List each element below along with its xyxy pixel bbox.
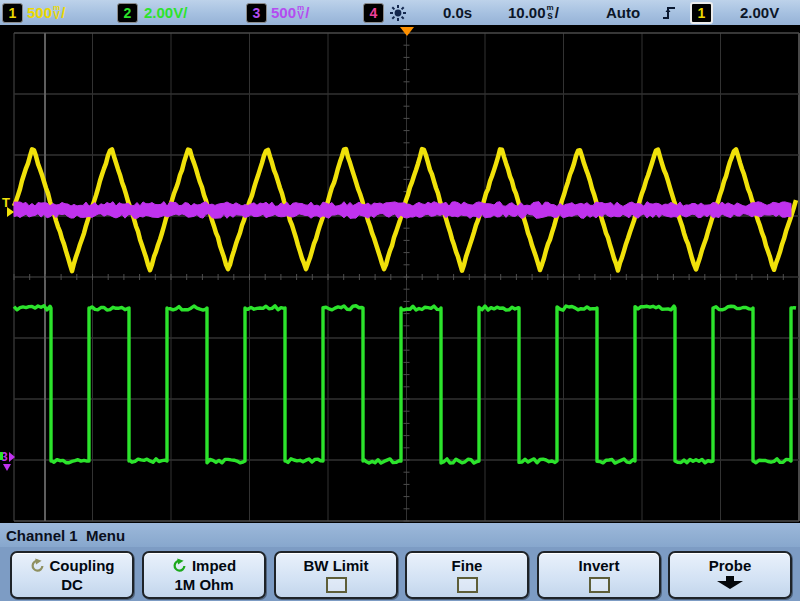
- cycle-arrow-icon: [172, 558, 187, 573]
- oscilloscope-screen: 1 500 m V / 2 2.00V/ 3 500 m V /: [0, 0, 800, 601]
- menu-title-bar: Channel 1 Menu: [0, 523, 800, 547]
- bw-limit-label: BW Limit: [304, 557, 369, 574]
- probe-label: Probe: [709, 557, 752, 574]
- trigger-edge-icon: [662, 0, 676, 25]
- coupling-value: DC: [61, 576, 83, 593]
- ch3-offscreen-down-arrow: [3, 464, 11, 471]
- trigger-level-marker: T: [2, 195, 10, 210]
- channel-2-scale: 2.00V/: [144, 0, 187, 25]
- invert-softkey[interactable]: Invert: [537, 551, 661, 599]
- coupling-label: Coupling: [50, 557, 115, 574]
- fine-label: Fine: [452, 557, 483, 574]
- brightness-icon: [389, 0, 407, 25]
- invert-checkbox[interactable]: [589, 577, 610, 593]
- channel-1-scale: 500 m V /: [27, 0, 65, 25]
- trigger-source-badge: 1: [690, 2, 713, 24]
- bw-limit-checkbox[interactable]: [326, 577, 347, 593]
- channel-3-scale: 500 m V /: [271, 0, 309, 25]
- impedance-label: Imped: [192, 557, 236, 574]
- trigger-position-marker: [400, 27, 414, 36]
- impedance-value: 1M Ohm: [174, 576, 233, 593]
- ch2-ground-marker: [0, 452, 3, 460]
- trigger-level-arrow: [7, 207, 14, 217]
- channel-1-badge: 1: [2, 3, 23, 23]
- bw-limit-softkey[interactable]: BW Limit: [274, 551, 398, 599]
- menu-down-arrow-icon: [715, 576, 745, 593]
- menu-title: Channel 1 Menu: [6, 527, 125, 544]
- scope-graticule-and-traces: T3: [0, 25, 800, 523]
- channel-1-number: 1: [9, 6, 17, 20]
- coupling-softkey[interactable]: Coupling DC: [10, 551, 134, 599]
- fine-softkey[interactable]: Fine: [405, 551, 529, 599]
- trigger-mode: Auto: [606, 0, 640, 25]
- trace-ch2-square: [14, 306, 796, 463]
- channel-2-number: 2: [124, 6, 132, 20]
- channel-4-badge: 4: [363, 3, 384, 23]
- channel-2-badge: 2: [117, 3, 138, 23]
- softkey-bar: Coupling DC Imped 1M Ohm BW Limit Fine I…: [0, 547, 800, 601]
- fine-checkbox[interactable]: [457, 577, 478, 593]
- waveform-display: T3: [0, 25, 800, 523]
- delay-readout: 0.0s: [443, 0, 472, 25]
- probe-softkey[interactable]: Probe: [668, 551, 792, 599]
- millisecond-unit-glyph: m s: [547, 4, 554, 20]
- millivolt-unit-glyph: m V: [297, 4, 304, 20]
- millivolt-unit-glyph: m V: [53, 4, 60, 20]
- channel-3-number: 3: [253, 6, 261, 20]
- cycle-arrow-icon: [30, 558, 45, 573]
- trigger-level-readout: 2.00V: [740, 0, 779, 25]
- channel-3-badge: 3: [246, 3, 267, 23]
- channel-4-number: 4: [370, 6, 378, 20]
- invert-label: Invert: [579, 557, 620, 574]
- status-bar: 1 500 m V / 2 2.00V/ 3 500 m V /: [0, 0, 800, 26]
- graticule: [14, 33, 799, 521]
- timebase-readout: 10.00 m s /: [508, 0, 559, 25]
- impedance-softkey[interactable]: Imped 1M Ohm: [142, 551, 266, 599]
